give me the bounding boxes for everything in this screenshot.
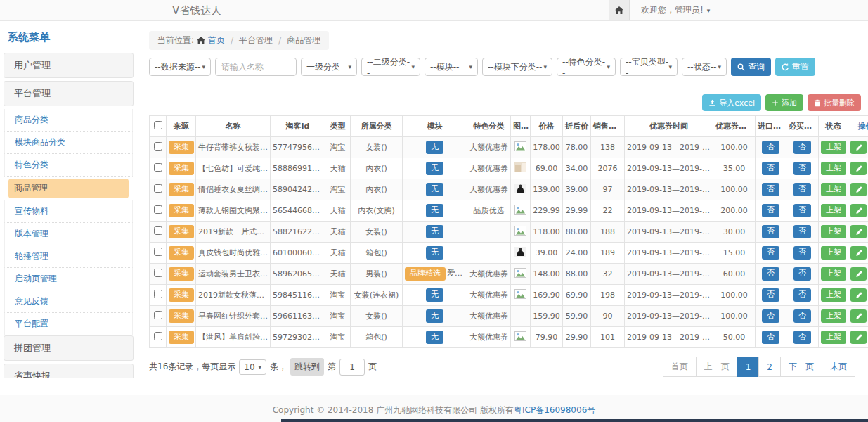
edit-button[interactable] [850,183,867,196]
status-button[interactable]: 上架 [821,309,846,322]
sidebar-item-platform-management[interactable]: 平台管理 [4,81,134,106]
sidebar-item-promo-materials[interactable]: 宣传物料 [4,200,133,223]
import-select-toggle[interactable]: 否 [762,246,779,259]
search-button[interactable]: 查询 [731,58,771,76]
page-button-2[interactable]: 2 [758,357,781,377]
sidebar-item-feedback[interactable]: 意见反馈 [4,290,133,313]
must-buy-toggle[interactable]: 否 [793,288,811,301]
source-badge: 采集 [169,162,194,174]
sidebar-item-module-goods-category[interactable]: 模块商品分类 [4,132,133,154]
row-checkbox[interactable] [154,184,162,193]
row-checkbox[interactable] [154,290,162,298]
page-button-1[interactable]: 1 [737,357,760,377]
filter-status[interactable]: --状态--▾ [682,58,727,76]
import-select-toggle[interactable]: 否 [762,141,779,153]
import-select-toggle[interactable]: 否 [762,309,779,322]
sidebar-item-user-management[interactable]: 用户管理 [4,53,134,78]
select-all-checkbox[interactable] [154,121,162,129]
must-buy-toggle[interactable]: 否 [793,225,811,238]
status-button[interactable]: 上架 [821,162,846,174]
filter-module-subcategory[interactable]: --模块下分类--▾ [482,58,552,76]
edit-button[interactable] [850,309,867,323]
sidebar-item-saving-news[interactable]: 省惠快报 [4,364,134,378]
import-select-toggle[interactable]: 否 [762,225,779,238]
status-button[interactable]: 上架 [821,331,846,343]
import-excel-button[interactable]: 导入excel [702,94,761,111]
edit-button[interactable] [850,204,867,217]
filter-feature-category[interactable]: --特色分类--▾ [557,58,616,76]
page-button-next[interactable]: 下一页 [780,357,822,377]
user-menu[interactable]: 欢迎您，管理员! ▾ [641,4,710,16]
status-button[interactable]: 上架 [821,288,846,301]
filter-item-type[interactable]: --宝贝类型--▾ [620,58,678,76]
price: 69.00 [531,158,563,179]
import-select-toggle[interactable]: 否 [762,183,779,196]
sidebar-item-goods-management[interactable]: 商品管理 [8,179,129,198]
import-select-toggle[interactable]: 否 [762,267,779,280]
row-checkbox[interactable] [154,311,162,319]
jump-button[interactable]: 跳转到 [290,358,324,376]
filter-data-source[interactable]: --数据来源--▾ [149,58,211,76]
page-button-last[interactable]: 末页 [822,357,855,377]
price: 139.00 [531,179,563,200]
import-select-toggle[interactable]: 否 [762,331,779,343]
sidebar-item-carousel-management[interactable]: 轮播管理 [4,245,133,268]
edit-button[interactable] [850,267,867,281]
status-button[interactable]: 上架 [821,183,846,196]
status-button[interactable]: 上架 [821,141,846,153]
filter-level2-category[interactable]: --二级分类--▾ [361,58,420,76]
must-buy-toggle[interactable]: 否 [793,183,811,196]
status-button[interactable]: 上架 [821,246,846,259]
must-buy-toggle[interactable]: 否 [793,141,811,153]
table-row: 采集【港风】单肩斜跨链条...597293020870淘宝箱包()无大额优惠券7… [150,327,868,348]
page-button-prev[interactable]: 上一页 [696,357,738,377]
add-button[interactable]: 添加 [765,94,803,111]
reset-button[interactable]: 重置 [775,58,815,76]
row-checkbox[interactable] [154,205,162,214]
must-buy-toggle[interactable]: 否 [793,204,811,217]
import-select-toggle[interactable]: 否 [762,288,779,301]
row-checkbox[interactable] [154,269,162,277]
edit-button[interactable] [850,288,867,302]
row-checkbox[interactable] [154,332,162,340]
edit-button[interactable] [850,225,867,238]
breadcrumb-home-link[interactable]: 首页 [208,34,225,46]
status-button[interactable]: 上架 [821,204,846,217]
edit-button[interactable] [850,141,867,154]
must-buy-toggle[interactable]: 否 [793,267,811,280]
status-button[interactable]: 上架 [821,225,846,238]
sidebar-item-version-management[interactable]: 版本管理 [4,223,133,245]
sidebar-item-goods-category[interactable]: 商品分类 [4,109,133,132]
edit-button[interactable] [850,246,867,260]
edit-button[interactable] [850,162,867,175]
edit-button[interactable] [850,331,867,344]
page-button-first[interactable]: 首页 [663,357,697,377]
name-search-input[interactable] [215,58,297,76]
row-checkbox[interactable] [154,163,162,172]
home-button[interactable] [609,0,630,20]
import-select-toggle[interactable]: 否 [762,162,779,174]
sidebar-item-groupbuy-management[interactable]: 拼团管理 [4,335,134,361]
column-header-source: 来源 [167,116,196,137]
filter-level1-category[interactable]: 一级分类▾ [301,58,357,76]
jump-page-input[interactable] [339,359,365,376]
source-badge: 采集 [169,267,194,280]
must-buy-toggle[interactable]: 否 [793,309,811,322]
sidebar-item-splash-management[interactable]: 启动页管理 [4,268,133,290]
row-checkbox[interactable] [154,142,162,151]
price: 169.90 [531,285,563,306]
batch-delete-button[interactable]: 批量删除 [808,94,861,111]
must-buy-toggle[interactable]: 否 [793,162,811,174]
filter-module[interactable]: --模块--▾ [425,58,478,76]
page-size-select[interactable]: 10 ▾ [239,359,266,375]
sidebar-item-platform-config[interactable]: 平台配置 [4,313,133,335]
row-checkbox[interactable] [154,248,162,256]
must-buy-toggle[interactable]: 否 [793,246,811,259]
icp-link[interactable]: 粤ICP备16098006号 [514,405,595,415]
sidebar-item-feature-category[interactable]: 特色分类 [4,154,133,177]
import-select-toggle[interactable]: 否 [762,204,779,217]
must-buy-toggle[interactable]: 否 [793,331,811,343]
icon-cell [511,285,531,306]
row-checkbox[interactable] [154,226,162,235]
status-button[interactable]: 上架 [821,267,846,280]
